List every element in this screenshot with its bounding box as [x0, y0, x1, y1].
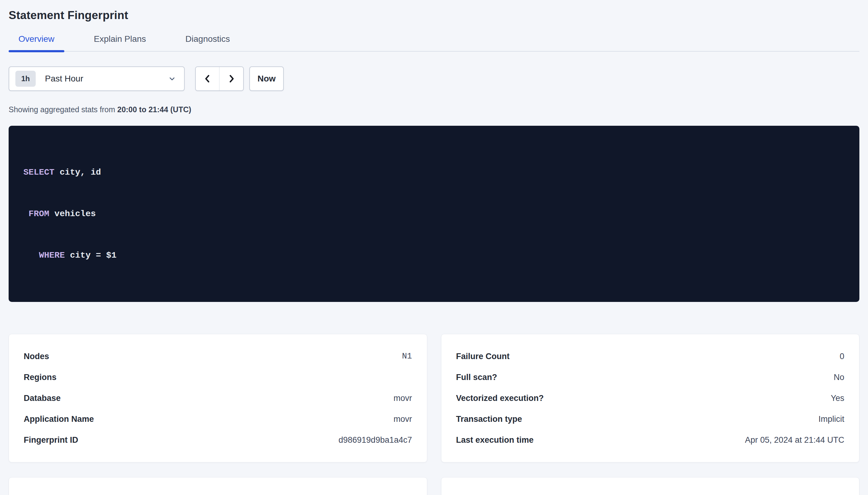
detail-row-transaction-type: Transaction type Implicit — [456, 409, 845, 429]
next-interval-button[interactable] — [219, 67, 243, 90]
detail-row-application-name: Application Name movr — [24, 409, 412, 429]
detail-row-full-scan: Full scan? No — [456, 367, 845, 388]
statement-stats-card: Statement Time 454.1 µs Execution: 373.4… — [9, 477, 427, 495]
tab-overview[interactable]: Overview — [9, 34, 64, 51]
interval-label: Past Hour — [45, 74, 83, 84]
sql-line: WHERE city = $1 — [23, 249, 845, 262]
stat-row-contention-time: Contention Time 24.7 µs — [456, 489, 845, 495]
sql-statement-box: SELECT city, id FROM vehicles WHERE city… — [9, 126, 859, 302]
detail-row-vectorized: Vectorized execution? Yes — [456, 388, 845, 409]
app-name-link[interactable]: movr — [394, 409, 412, 429]
chevron-left-icon — [203, 73, 212, 84]
time-picker-row: 1h Past Hour — [9, 66, 859, 91]
tab-diagnostics[interactable]: Diagnostics — [176, 34, 240, 51]
stat-row-statement-time: Statement Time 454.1 µs Execution: 373.4… — [24, 489, 412, 495]
chevron-down-icon — [168, 75, 176, 83]
overview-details-card: Nodes N1 Regions Database movr Applicati… — [9, 334, 427, 462]
interval-nav-group — [195, 66, 244, 91]
interval-badge: 1h — [15, 71, 36, 87]
stats-summary-prefix: Showing aggregated stats from — [9, 105, 117, 114]
tab-explain-plans[interactable]: Explain Plans — [84, 34, 156, 51]
summary-cards: Nodes N1 Regions Database movr Applicati… — [9, 334, 859, 495]
prev-interval-button[interactable] — [196, 67, 219, 90]
timing-stats-card: Contention Time 24.7 µs SQL CPU Time 16.… — [441, 477, 860, 495]
now-button[interactable]: Now — [249, 66, 284, 91]
detail-row-database: Database movr — [24, 388, 412, 409]
execution-attributes-card: Failure Count 0 Full scan? No Vectorized… — [441, 334, 860, 462]
detail-row-last-execution-time: Last execution time Apr 05, 2024 at 21:4… — [456, 429, 845, 450]
detail-row-nodes: Nodes N1 — [24, 346, 412, 367]
stats-summary: Showing aggregated stats from 20:00 to 2… — [9, 105, 859, 114]
sql-line: FROM vehicles — [23, 207, 845, 221]
detail-row-fingerprint-id: Fingerprint ID d986919d9ba1a4c7 — [24, 429, 412, 450]
time-interval-dropdown[interactable]: 1h Past Hour — [9, 66, 185, 91]
detail-row-regions: Regions — [24, 367, 412, 388]
tab-bar: Overview Explain Plans Diagnostics — [9, 34, 859, 52]
sql-line: SELECT city, id — [23, 166, 845, 179]
page-title: Statement Fingerprint — [9, 8, 859, 22]
stats-summary-range: 20:00 to 21:44 (UTC) — [117, 105, 191, 114]
chevron-right-icon — [227, 73, 236, 84]
detail-row-failure-count: Failure Count 0 — [456, 346, 845, 367]
node-link[interactable]: N1 — [402, 346, 412, 367]
